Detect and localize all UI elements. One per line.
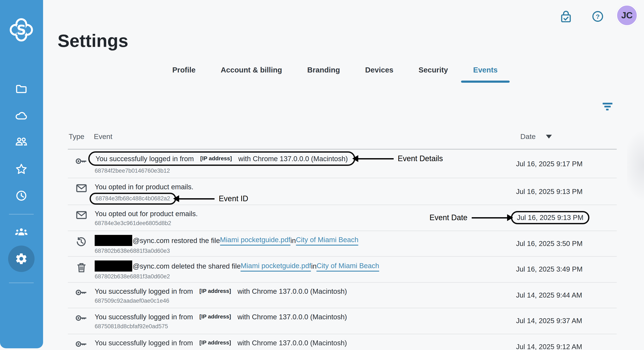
- event-link[interactable]: City of Miami Beach: [317, 261, 379, 271]
- sort-caret-down-icon[interactable]: [546, 135, 552, 139]
- help-button[interactable]: ?: [591, 10, 604, 23]
- security-lock-button[interactable]: [559, 9, 573, 24]
- sidebar-divider: [9, 283, 34, 283]
- event-date: Jul 14, 2025 9:12 AM: [516, 343, 582, 350]
- tab-events[interactable]: Events: [473, 65, 498, 75]
- event-type-cell: [68, 334, 95, 350]
- event-id-line: 68750818d8cbfaf92e0ad575: [95, 323, 516, 331]
- sidebar-item-shares[interactable]: [12, 134, 30, 149]
- event-date-cell: Jul 14, 2025 9:44 AM: [516, 291, 617, 299]
- event-link[interactable]: City of Miami Beach: [296, 235, 358, 246]
- event-cell: You successfully logged in from[IP addre…: [95, 150, 516, 178]
- event-date: Jul 14, 2025 9:37 AM: [516, 317, 582, 325]
- event-id: 68784f2bee7b0146760e3b12: [95, 167, 170, 175]
- event-type-cell: [68, 257, 95, 282]
- filter-button[interactable]: [600, 101, 614, 113]
- event-row: You successfully logged in from[IP addre…: [68, 150, 617, 178]
- event-type-cell: [68, 231, 95, 256]
- event-cell: @sync.com restored the file Miami pocket…: [95, 231, 516, 256]
- redacted-username: [95, 261, 132, 272]
- event-text: with Chrome 137.0.0.0 (Macintosh): [238, 154, 348, 163]
- tab-branding[interactable]: Branding: [307, 65, 340, 75]
- tab-account-billing[interactable]: Account & billing: [221, 65, 282, 75]
- sidebar-item-recents[interactable]: [13, 188, 30, 204]
- event-description: You successfully logged in from[IP addre…: [95, 338, 516, 347]
- event-text: with Chrome 137.0.0.0 (Macintosh): [237, 286, 347, 296]
- event-description: You successfully logged in from[IP addre…: [95, 312, 516, 322]
- sidebar-item-team[interactable]: [12, 225, 31, 239]
- redacted-username: [95, 235, 132, 246]
- key-icon: [75, 288, 87, 297]
- annotation-arrow-left: [179, 198, 214, 199]
- event-text: You successfully logged in from: [95, 312, 193, 322]
- event-text: in: [290, 236, 296, 245]
- event-text: You successfully logged in from: [95, 338, 193, 347]
- event-type-cell: [68, 308, 95, 334]
- event-id: 687509c92aadaef0ae0c1e46: [95, 297, 169, 305]
- event-date: Jul 14, 2025 9:44 AM: [516, 291, 582, 299]
- tab-security[interactable]: Security: [418, 65, 448, 75]
- ip-address-placeholder: [IP address]: [200, 154, 232, 163]
- svg-text:S: S: [17, 22, 26, 38]
- event-id: 687802b638e6881f3a0d60e2: [95, 273, 170, 281]
- event-description: You successfully logged in from[IP addre…: [95, 151, 516, 166]
- annotation-label-event-date: Event Date: [430, 213, 468, 222]
- event-cell: You successfully logged in from[IP addre…: [95, 283, 516, 308]
- svg-text:?: ?: [596, 13, 600, 20]
- event-id-line: 68784f2bee7b0146760e3b12: [95, 167, 516, 175]
- event-text: with Chrome 137.0.0.0 (Macintosh): [237, 312, 347, 322]
- event-cell: You opted in for product emails.68784e3f…: [95, 178, 516, 205]
- annotation-circle-event-date: Jul 16, 2025 9:13 PM: [511, 211, 590, 224]
- event-cell: You successfully logged in from[IP addre…: [95, 308, 516, 334]
- event-date: Jul 16, 2025 9:17 PM: [516, 160, 582, 167]
- key-icon: [75, 340, 87, 348]
- app-root: S ? JC Settings Profil: [0, 0, 644, 350]
- event-text: You successfully logged in from: [96, 154, 194, 163]
- event-date-cell: Event DateJul 16, 2025 9:13 PM: [516, 211, 617, 224]
- annotation-circle-event-details: You successfully logged in from[IP addre…: [88, 151, 355, 166]
- event-cell: You successfully logged in from[IP addre…: [95, 334, 516, 350]
- event-row: You successfully logged in from[IP addre…: [68, 334, 617, 350]
- mail-icon: [76, 211, 87, 220]
- sidebar-item-cloud[interactable]: [12, 108, 30, 123]
- event-description: @sync.com deleted the shared file Miami …: [95, 261, 516, 272]
- event-link[interactable]: Miami pocketguide.pdf: [241, 261, 311, 271]
- event-date: Jul 16, 2025 9:13 PM: [517, 214, 584, 222]
- tab-profile[interactable]: Profile: [172, 65, 196, 75]
- event-id: 687802b638e6881f3a0d60e3: [95, 247, 170, 255]
- mail-icon: [76, 184, 87, 193]
- key-icon: [75, 314, 87, 322]
- event-text: @sync.com deleted the shared file: [133, 261, 241, 271]
- column-header-date[interactable]: Date: [520, 133, 552, 141]
- event-text: You opted in for product emails.: [95, 182, 194, 191]
- event-id-line: 687802b638e6881f3a0d60e2: [95, 273, 516, 281]
- sidebar-item-files[interactable]: [13, 81, 30, 97]
- event-id-line: 687509c92aadaef0ae0c1e46: [95, 297, 516, 305]
- avatar[interactable]: JC: [616, 5, 638, 26]
- cloud-icon: [15, 111, 28, 120]
- event-link[interactable]: Miami pocketguide.pdf: [220, 235, 290, 246]
- restore-icon: [76, 236, 86, 247]
- column-header-event: Event: [94, 133, 112, 141]
- event-id-line: 687802b638e6881f3a0d60e3: [95, 247, 516, 255]
- sync-logo[interactable]: S: [9, 17, 34, 44]
- tab-devices[interactable]: Devices: [365, 65, 393, 75]
- ip-address-placeholder: [IP address]: [200, 338, 231, 347]
- event-date: Jul 16, 2025 3:50 PM: [516, 240, 582, 247]
- event-type-cell: [68, 205, 95, 230]
- sidebar: S: [0, 0, 43, 348]
- ip-address-placeholder: [IP address]: [200, 286, 231, 296]
- event-text: You successfully logged in from: [95, 286, 193, 296]
- star-icon: [15, 163, 27, 174]
- event-text: You opted out for product emails.: [95, 209, 198, 218]
- trash-icon: [76, 262, 86, 273]
- sidebar-item-settings[interactable]: [8, 246, 34, 272]
- event-row: You successfully logged in from[IP addre…: [68, 282, 617, 308]
- event-date-cell: Jul 14, 2025 9:12 AM: [516, 343, 617, 350]
- sidebar-item-starred[interactable]: [13, 161, 30, 177]
- event-id-line: 68784e3fb68c488c4b0682a2Event ID: [95, 193, 516, 205]
- folder-icon: [16, 84, 27, 94]
- event-id: 68784e3fb68c488c4b0682a2: [96, 195, 170, 202]
- event-id: 68784e3e3c961dee6805d8b2: [95, 220, 171, 227]
- event-text: with Chrome 137.0.0.0 (Macintosh): [237, 338, 347, 347]
